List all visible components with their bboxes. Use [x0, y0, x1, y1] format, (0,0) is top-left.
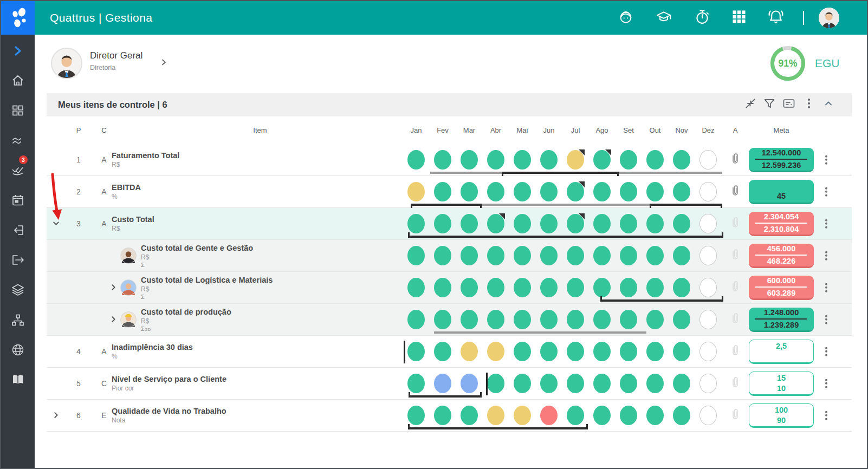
- status-dot-Out[interactable]: [646, 342, 664, 361]
- sidebar-item-panels[interactable]: [1, 99, 35, 122]
- meta-pill[interactable]: 1.248.000 1.239.289: [749, 308, 814, 332]
- status-dot-Out[interactable]: [646, 246, 664, 265]
- table-row[interactable]: 6 E Qualidade de Vida no Trabalho Nota 1…: [47, 400, 852, 432]
- sidebar-item-calendar[interactable]: [1, 188, 35, 212]
- status-dot-Mai[interactable]: [514, 150, 531, 170]
- status-dot-Dez[interactable]: [699, 246, 717, 265]
- status-dot-Mar[interactable]: [461, 150, 478, 170]
- status-dot-Jan[interactable]: [407, 214, 425, 233]
- status-dot-Set[interactable]: [620, 214, 637, 233]
- status-dot-Ago[interactable]: [593, 150, 611, 170]
- status-dot-Jan[interactable]: [407, 182, 425, 201]
- filter-icon[interactable]: [763, 97, 775, 112]
- status-dot-Nov[interactable]: [673, 406, 690, 425]
- attachment-icon[interactable]: [730, 249, 740, 263]
- row-menu-icon[interactable]: [823, 312, 830, 328]
- status-dot-Nov[interactable]: [673, 246, 690, 265]
- status-dot-Nov[interactable]: [673, 278, 690, 297]
- status-dot-Mai[interactable]: [514, 278, 531, 297]
- meta-pill[interactable]: 15 10: [749, 372, 814, 396]
- sidebar-item-home[interactable]: [1, 69, 35, 93]
- sidebar-item-check-in[interactable]: [1, 218, 35, 242]
- status-dot-Mai[interactable]: [514, 406, 531, 425]
- status-dot-Dez[interactable]: [699, 182, 717, 201]
- attachment-icon[interactable]: [730, 185, 740, 199]
- status-dot-Out[interactable]: [646, 374, 664, 393]
- status-dot-Set[interactable]: [620, 406, 637, 425]
- attachment-icon[interactable]: [730, 408, 740, 423]
- status-dot-Dez[interactable]: [699, 406, 717, 425]
- status-dot-Abr[interactable]: [487, 310, 504, 329]
- status-dot-Set[interactable]: [620, 342, 637, 361]
- status-dot-Set[interactable]: [620, 310, 637, 329]
- sidebar-item-expand[interactable]: [1, 39, 35, 63]
- status-dot-Jun[interactable]: [540, 150, 558, 170]
- attachment-icon[interactable]: [730, 312, 740, 327]
- status-dot-Jun[interactable]: [540, 342, 558, 361]
- status-dot-Abr[interactable]: [487, 342, 504, 361]
- status-dot-Abr[interactable]: [487, 182, 504, 201]
- status-dot-Ago[interactable]: [593, 342, 611, 361]
- status-dot-Mar[interactable]: [461, 310, 478, 329]
- status-dot-Jun[interactable]: [540, 278, 558, 297]
- status-dot-Set[interactable]: [620, 246, 637, 265]
- table-row[interactable]: 1 A Faturamento Total R$ 12.540.000 12.5…: [47, 144, 852, 176]
- profile-name[interactable]: Diretor Geral: [90, 50, 142, 61]
- status-dot-Set[interactable]: [620, 150, 637, 170]
- status-dot-Nov[interactable]: [673, 342, 690, 361]
- attachment-icon[interactable]: [730, 153, 740, 167]
- status-dot-Ago[interactable]: [593, 310, 611, 329]
- status-dot-Jul[interactable]: [567, 182, 584, 201]
- status-dot-Jul[interactable]: [567, 342, 584, 361]
- row-menu-icon[interactable]: [823, 216, 830, 232]
- status-dot-Abr[interactable]: [487, 278, 504, 297]
- status-dot-Fev[interactable]: [434, 150, 451, 170]
- chevron-up-icon[interactable]: [824, 99, 833, 110]
- academy-icon[interactable]: [655, 9, 672, 27]
- attachment-icon[interactable]: [730, 344, 740, 359]
- profile-chevron-icon[interactable]: [159, 58, 168, 69]
- status-dot-Ago[interactable]: [593, 214, 611, 233]
- status-dot-Out[interactable]: [646, 182, 664, 201]
- status-dot-Jan[interactable]: [407, 406, 425, 425]
- status-dot-Mar[interactable]: [461, 374, 478, 393]
- status-dot-Mai[interactable]: [514, 246, 531, 265]
- sidebar-item-check-out[interactable]: [1, 248, 35, 272]
- status-dot-Jan[interactable]: [407, 246, 425, 265]
- status-dot-Jan[interactable]: [407, 278, 425, 297]
- status-dot-Nov[interactable]: [673, 374, 690, 393]
- row-menu-icon[interactable]: [823, 344, 830, 360]
- status-dot-Fev[interactable]: [434, 278, 451, 297]
- status-dot-Fev[interactable]: [434, 374, 451, 393]
- status-dot-Mar[interactable]: [461, 278, 478, 297]
- status-dot-Out[interactable]: [646, 150, 664, 170]
- table-row[interactable]: Custo total de Logística e Materiais R$ …: [47, 272, 852, 304]
- status-dot-Abr[interactable]: [487, 406, 504, 425]
- status-dot-Mar[interactable]: [461, 406, 478, 425]
- status-dot-Out[interactable]: [646, 214, 664, 233]
- collapse-icon[interactable]: [744, 97, 756, 112]
- assistant-icon[interactable]: [618, 9, 634, 27]
- status-dot-Ago[interactable]: [593, 182, 611, 201]
- status-dot-Jan[interactable]: [407, 374, 425, 393]
- meta-pill[interactable]: 456.000 468.226: [749, 244, 814, 268]
- row-menu-icon[interactable]: [823, 152, 830, 168]
- status-dot-Jun[interactable]: [540, 310, 558, 329]
- status-dot-Mar[interactable]: [461, 182, 478, 201]
- status-dot-Jul[interactable]: [567, 374, 584, 393]
- status-dot-Set[interactable]: [620, 182, 637, 201]
- status-dot-Jan[interactable]: [407, 150, 425, 170]
- timer-icon[interactable]: [694, 8, 710, 28]
- status-dot-Nov[interactable]: [673, 150, 690, 170]
- status-dot-Dez[interactable]: [699, 342, 717, 361]
- attachment-icon[interactable]: [730, 376, 740, 391]
- row-menu-icon[interactable]: [823, 248, 830, 264]
- status-dot-Abr[interactable]: [487, 214, 504, 233]
- table-row[interactable]: 4 A Inadimplência 30 dias % 2,5: [47, 336, 852, 368]
- status-dot-Jul[interactable]: [567, 214, 584, 233]
- status-dot-Mai[interactable]: [514, 310, 531, 329]
- status-dot-Jan[interactable]: [407, 310, 425, 329]
- table-row[interactable]: 5 C Nível de Serviço para o Cliente Pior…: [47, 368, 852, 400]
- status-dot-Abr[interactable]: [487, 150, 504, 170]
- status-dot-Dez[interactable]: [699, 374, 717, 393]
